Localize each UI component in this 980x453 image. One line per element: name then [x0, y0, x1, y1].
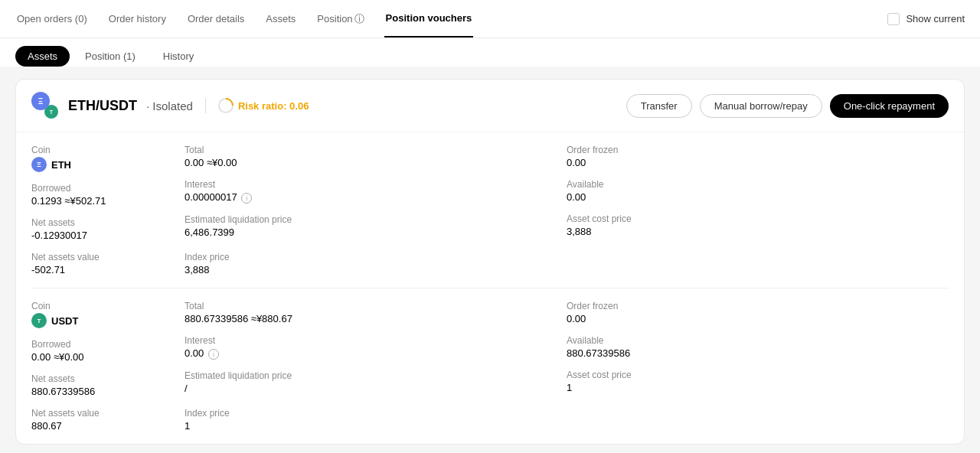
usdt-section: Coin T USDT Borrowed 0.00 ≈¥0.00 Net ass…	[16, 288, 964, 444]
usdt-net-assets-field: Net assets 880.67339586	[31, 373, 185, 397]
usdt-total-field: Total 880.67339586 ≈¥880.67	[185, 301, 567, 324]
eth-order-frozen-label: Order frozen	[567, 145, 949, 155]
eth-available-label: Available	[567, 179, 949, 190]
eth-coin-name-row: Ξ ETH	[31, 157, 185, 172]
sub-tabs: Assets Position (1) History	[0, 38, 980, 67]
header-divider	[205, 98, 206, 113]
usdt-borrowed-value: 0.00 ≈¥0.00	[31, 351, 185, 363]
usdt-borrowed-field: Borrowed 0.00 ≈¥0.00	[31, 339, 185, 363]
eth-interest-value: 0.00000017 i	[185, 191, 567, 204]
tab-history[interactable]: History	[151, 46, 206, 67]
usdt-index-price-value: 1	[185, 420, 567, 432]
tab-assets[interactable]: Assets	[15, 46, 70, 67]
show-current-wrap: Show current	[887, 13, 965, 25]
usdt-interest-field: Interest 0.00 i	[185, 335, 567, 360]
eth-order-frozen-field: Order frozen 0.00	[567, 145, 949, 168]
nav-position[interactable]: Position ⓘ	[315, 0, 365, 37]
eth-coin-value: ETH	[51, 159, 71, 171]
eth-est-liq-label: Estimated liquidation price	[185, 214, 567, 225]
nav-assets[interactable]: Assets	[264, 0, 297, 37]
eth-asset-cost-label: Asset cost price	[567, 213, 949, 224]
usdt-asset-cost-field: Asset cost price 1	[567, 370, 949, 393]
usdt-coin-name-row: T USDT	[31, 313, 185, 328]
card-header: Ξ T ETH/USDT · Isolated Risk ratio: 0.06…	[16, 80, 964, 132]
usdt-borrowed-label: Borrowed	[31, 339, 185, 350]
eth-borrowed-value: 0.1293 ≈¥502.71	[31, 195, 185, 207]
usdt-available-value: 880.67339586	[567, 347, 949, 359]
manual-borrow-button[interactable]: Manual borrow/repay	[700, 94, 822, 118]
eth-nav-value: -502.71	[31, 264, 185, 275]
show-current-label: Show current	[906, 13, 965, 24]
nav-position-vouchers[interactable]: Position vouchers	[384, 0, 474, 37]
show-current-checkbox[interactable]	[887, 13, 900, 25]
eth-asset-cost-value: 3,888	[567, 226, 949, 237]
eth-left-col: Coin Ξ ETH Borrowed 0.1293 ≈¥502.71 Net …	[31, 145, 185, 241]
usdt-interest-label: Interest	[185, 335, 567, 346]
eth-nav-field: Net assets value -502.71	[31, 252, 185, 275]
risk-ratio: Risk ratio: 0.06	[218, 98, 309, 113]
nav-order-history[interactable]: Order history	[107, 0, 168, 37]
eth-coin-label: Coin	[31, 145, 185, 155]
nav-open-orders[interactable]: Open orders (0)	[15, 0, 89, 37]
usdt-est-liq-label: Estimated liquidation price	[185, 370, 567, 381]
usdt-right-empty	[567, 408, 949, 432]
eth-order-frozen-value: 0.00	[567, 157, 949, 168]
eth-usdt-card: Ξ T ETH/USDT · Isolated Risk ratio: 0.06…	[15, 79, 965, 445]
usdt-available-field: Available 880.67339586	[567, 335, 949, 359]
eth-available-value: 0.00	[567, 191, 949, 203]
risk-text: Risk ratio: 0.06	[238, 100, 309, 112]
pair-type: · Isolated	[146, 99, 193, 112]
usdt-coin-field: Coin T USDT	[31, 301, 185, 328]
tab-position[interactable]: Position (1)	[73, 46, 148, 67]
eth-coin-field: Coin Ξ ETH	[31, 145, 185, 172]
eth-total-field: Total 0.00 ≈¥0.00	[185, 145, 567, 168]
eth-icon: Ξ	[31, 92, 50, 110]
eth-net-assets-field: Net assets -0.12930017	[31, 217, 185, 241]
usdt-order-frozen-label: Order frozen	[567, 301, 949, 311]
usdt-asset-cost-value: 1	[567, 382, 949, 393]
usdt-nav-field: Net assets value 880.67	[31, 408, 185, 432]
usdt-available-label: Available	[567, 335, 949, 346]
usdt-right-col: Order frozen 0.00 Available 880.67339586…	[567, 301, 949, 397]
usdt-coin-icon: T	[31, 313, 47, 328]
eth-interest-field: Interest 0.00000017 i	[185, 179, 567, 204]
pair-icon: Ξ T	[31, 92, 59, 119]
usdt-bottom-row: Net assets value 880.67 Index price 1	[31, 408, 949, 432]
usdt-asset-cost-label: Asset cost price	[567, 370, 949, 380]
eth-bottom-row: Net assets value -502.71 Index price 3,8…	[31, 252, 949, 275]
usdt-interest-info-icon[interactable]: i	[208, 349, 219, 360]
usdt-nav-label: Net assets value	[31, 408, 185, 419]
eth-nav-label: Net assets value	[31, 252, 185, 262]
usdt-top-row: Coin T USDT Borrowed 0.00 ≈¥0.00 Net ass…	[31, 301, 949, 397]
main-content: Ξ T ETH/USDT · Isolated Risk ratio: 0.06…	[0, 67, 980, 453]
transfer-button[interactable]: Transfer	[626, 94, 692, 118]
risk-ratio-icon	[218, 98, 234, 113]
usdt-net-assets-value: 880.67339586	[31, 386, 185, 397]
eth-est-liq-value: 6,486.7399	[185, 226, 567, 238]
usdt-mid-col: Total 880.67339586 ≈¥880.67 Interest 0.0…	[185, 301, 567, 397]
eth-interest-info-icon[interactable]: i	[241, 193, 252, 204]
eth-index-price-label: Index price	[185, 252, 567, 262]
usdt-interest-value: 0.00 i	[185, 347, 567, 360]
usdt-coin-value: USDT	[51, 315, 78, 327]
usdt-nav-value: 880.67	[31, 420, 185, 432]
usdt-total-value: 880.67339586 ≈¥880.67	[185, 313, 567, 324]
eth-available-field: Available 0.00	[567, 179, 949, 203]
usdt-left-col: Coin T USDT Borrowed 0.00 ≈¥0.00 Net ass…	[31, 301, 185, 397]
eth-coin-icon: Ξ	[31, 157, 47, 172]
nav-order-details[interactable]: Order details	[186, 0, 246, 37]
eth-mid-col: Total 0.00 ≈¥0.00 Interest 0.00000017 i …	[185, 145, 567, 241]
usdt-coin-label: Coin	[31, 301, 185, 311]
usdt-order-frozen-value: 0.00	[567, 313, 949, 324]
eth-total-label: Total	[185, 145, 567, 155]
eth-asset-cost-field: Asset cost price 3,888	[567, 213, 949, 237]
eth-right-empty	[567, 252, 949, 275]
usdt-net-assets-label: Net assets	[31, 373, 185, 384]
eth-total-value: 0.00 ≈¥0.00	[185, 157, 567, 168]
eth-net-assets-label: Net assets	[31, 217, 185, 228]
usdt-index-price-field: Index price 1	[185, 408, 567, 432]
one-click-button[interactable]: One-click repayment	[830, 94, 949, 118]
eth-right-col: Order frozen 0.00 Available 0.00 Asset c…	[567, 145, 949, 241]
usdt-est-liq-value: /	[185, 383, 567, 394]
eth-interest-label: Interest	[185, 179, 567, 190]
